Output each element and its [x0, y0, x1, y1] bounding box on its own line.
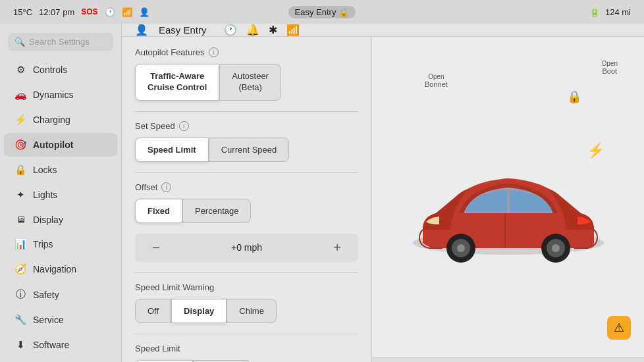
traffic-aware-btn[interactable]: Traffic-AwareCruise Control	[135, 64, 219, 101]
sidebar-label-controls: Controls	[33, 65, 67, 75]
sidebar-item-dynamics[interactable]: 🚗 Dynamics	[4, 83, 117, 107]
sidebar-label-dynamics: Dynamics	[33, 90, 73, 100]
lights-icon: ✦	[14, 189, 26, 201]
temperature: 15°C	[13, 7, 32, 17]
divider-3	[135, 272, 358, 273]
sidebar-label-navigation: Navigation	[33, 264, 76, 274]
service-icon: 🔧	[14, 314, 26, 326]
sidebar-item-charging[interactable]: ⚡ Charging	[4, 108, 117, 132]
sidebar-label-safety: Safety	[33, 290, 59, 300]
fixed-btn[interactable]: Fixed	[135, 199, 182, 223]
warning-off-btn[interactable]: Off	[135, 299, 171, 323]
sidebar-item-navigation[interactable]: 🧭 Navigation	[4, 257, 117, 281]
battery-label: 124 mi	[605, 7, 631, 17]
easy-entry-badge[interactable]: Easy Entry 🔒	[288, 6, 356, 18]
person-icon: 👤	[139, 7, 149, 17]
person-icon-top: 👤	[135, 24, 148, 36]
autopilot-info-icon[interactable]: i	[209, 47, 219, 57]
easy-entry-label: Easy Entry	[295, 7, 336, 17]
sidebar-item-safety[interactable]: ⓘ Safety	[4, 282, 117, 307]
divider-1	[135, 111, 358, 112]
display-icon: 🖥	[14, 214, 26, 225]
sidebar-item-trips[interactable]: 📊 Trips	[4, 232, 117, 256]
settings-panel: Autopilot Features i Traffic-AwareCruise…	[122, 37, 372, 362]
battery-icon: 🔋	[589, 7, 600, 17]
warning-display-btn[interactable]: Display	[171, 299, 227, 323]
speed-limit-warning-btns: Off Display Chime	[135, 299, 358, 323]
sidebar-label-locks: Locks	[33, 165, 57, 175]
autopilot-icon: 🎯	[14, 139, 26, 151]
navigation-icon: 🧭	[14, 263, 26, 275]
software-icon: ⬇	[14, 339, 26, 351]
offset-title: Offset i	[135, 182, 358, 192]
speed-limit-warning-title: Speed Limit Warning	[135, 282, 358, 292]
divider-2	[135, 172, 358, 173]
sidebar-item-autopilot[interactable]: 🎯 Autopilot	[4, 133, 117, 157]
speed-info-icon[interactable]: i	[179, 121, 189, 131]
speed-limit-btn[interactable]: Speed Limit	[135, 138, 209, 162]
asterisk-icon-top[interactable]: ✱	[269, 24, 277, 36]
wifi-icon: 📶	[122, 7, 132, 17]
status-bar: 15°C 12:07 pm SOS 🕐 📶 👤 Easy Entry 🔒 🔋 1…	[0, 0, 644, 24]
safety-icon: ⓘ	[14, 288, 26, 301]
topbar-icons: 🕐 🔔 ✱ 📶	[224, 24, 300, 36]
sidebar-label-charging: Charging	[33, 115, 70, 125]
topbar-title: Easy Entry	[159, 24, 207, 36]
set-speed-title: Set Speed i	[135, 121, 358, 131]
sidebar: 🔍 Search Settings ⚙ Controls 🚗 Dynamics …	[0, 24, 122, 362]
search-placeholder: Search Settings	[29, 37, 90, 47]
charging-bolt-icon: ⚡	[587, 142, 604, 159]
trips-icon: 📊	[14, 238, 26, 250]
sidebar-item-service[interactable]: 🔧 Service	[4, 308, 117, 332]
content-main: Autopilot Features i Traffic-AwareCruise…	[122, 37, 644, 362]
svg-point-3	[457, 244, 465, 252]
bell-icon-top[interactable]: 🔔	[246, 24, 259, 36]
car-image	[403, 151, 614, 272]
signal-icon-top[interactable]: 📶	[286, 24, 300, 36]
search-icon: 🔍	[14, 37, 25, 47]
percentage-btn[interactable]: Percentage	[182, 199, 252, 223]
increment-btn[interactable]: +	[327, 238, 348, 258]
sidebar-item-controls[interactable]: ⚙ Controls	[4, 58, 117, 82]
alarm-icon: 🕐	[105, 7, 115, 17]
content-wrap: 👤 Easy Entry 🕐 🔔 ✱ 📶 Autopilot Features …	[122, 24, 644, 362]
sidebar-item-software[interactable]: ⬇ Software	[4, 333, 117, 357]
car-panel: Open Bonnet Open Boot 🔒 ⚡	[372, 37, 644, 362]
autopilot-features-title: Autopilot Features i	[135, 47, 358, 57]
sos-badge: SOS	[81, 7, 97, 16]
sidebar-item-display[interactable]: 🖥 Display	[4, 208, 117, 231]
status-bar-right: 🔋 124 mi	[589, 7, 631, 17]
divider-4	[135, 334, 358, 334]
status-bar-center: Easy Entry 🔒	[288, 6, 356, 18]
autopilot-features-btns: Traffic-AwareCruise Control Autosteer(Be…	[135, 64, 358, 101]
boot-label: Open Boot	[602, 60, 618, 75]
sidebar-item-lights[interactable]: ✦ Lights	[4, 183, 117, 207]
dynamics-icon: 🚗	[14, 89, 26, 101]
search-box[interactable]: 🔍 Search Settings	[8, 33, 113, 51]
offset-type-btns: Fixed Percentage	[135, 199, 358, 223]
lock-icon: 🔒	[338, 7, 349, 17]
current-speed-btn[interactable]: Current Speed	[209, 138, 290, 162]
sidebar-item-locks[interactable]: 🔒 Locks	[4, 158, 117, 182]
locks-icon: 🔒	[14, 164, 26, 176]
offset-info-icon[interactable]: i	[161, 182, 171, 192]
alarm-icon-top[interactable]: 🕐	[224, 24, 237, 36]
controls-icon: ⚙	[14, 64, 26, 76]
warning-chime-btn[interactable]: Chime	[227, 299, 277, 323]
sidebar-label-service: Service	[33, 315, 64, 325]
sidebar-label-software: Software	[33, 340, 69, 350]
content-topbar: 👤 Easy Entry 🕐 🔔 ✱ 📶	[122, 24, 644, 37]
warning-icon: ⚠	[614, 321, 624, 335]
status-bar-left: 15°C 12:07 pm SOS 🕐 📶 👤	[13, 7, 149, 17]
car-lock-icon: 🔒	[567, 90, 581, 104]
main-area: 🔍 Search Settings ⚙ Controls 🚗 Dynamics …	[0, 24, 644, 362]
offset-value: +0 mph	[231, 242, 262, 253]
autosteer-btn[interactable]: Autosteer(Beta)	[219, 64, 281, 101]
car-svg	[403, 151, 614, 269]
clock: 12:07 pm	[39, 7, 74, 17]
speed-limit-title: Speed Limit	[135, 344, 358, 353]
sidebar-label-autopilot: Autopilot	[33, 140, 73, 150]
decrement-btn[interactable]: −	[146, 238, 167, 258]
bonnet-label: Open Bonnet	[425, 73, 448, 88]
warning-button[interactable]: ⚠	[607, 316, 631, 340]
